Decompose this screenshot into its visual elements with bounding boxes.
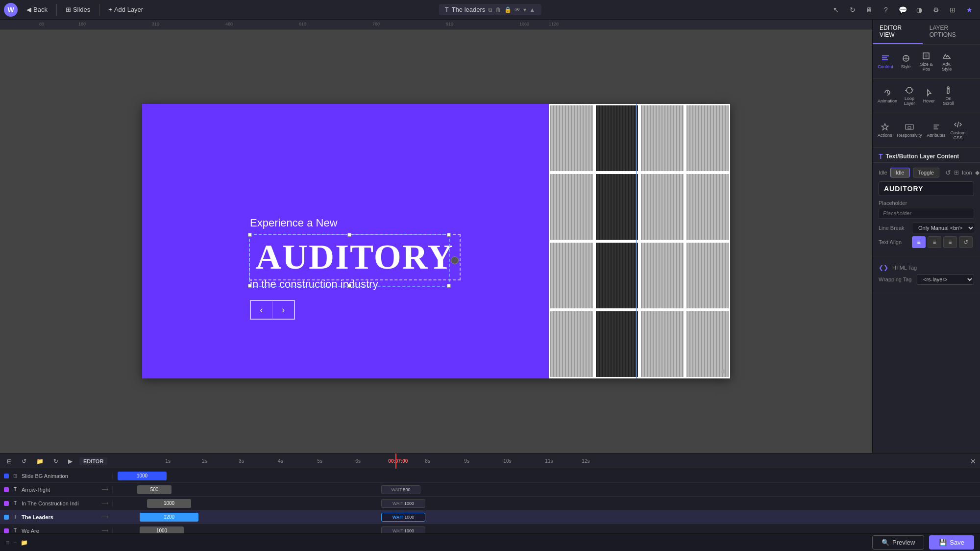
timeline-block[interactable]: 1200 bbox=[140, 513, 198, 522]
toggle-button[interactable]: Toggle bbox=[913, 168, 939, 177]
table-row: T Arrow-Right ⟶ 500 WAIT 500 bbox=[0, 483, 980, 497]
adv-style-icon-btn[interactable]: Adv. Style bbox=[937, 49, 956, 75]
layer-options-tab[interactable]: LAYER OPTIONS bbox=[923, 20, 980, 44]
align-right-button[interactable]: ≡ bbox=[943, 236, 957, 248]
content-area: 80 160 310 460 610 760 910 1060 1120 Exp… bbox=[0, 20, 980, 453]
timeline-wait-block[interactable]: WAIT 1000 bbox=[381, 499, 425, 508]
timeline-refresh[interactable]: ↻ bbox=[50, 457, 61, 466]
size-pos-icon-btn[interactable]: Size & Pos bbox=[917, 49, 936, 75]
align-center-button[interactable]: ≡ bbox=[928, 236, 941, 248]
layer-track[interactable]: 1200 WAIT 1000 bbox=[113, 510, 980, 524]
resize-handle-br[interactable] bbox=[447, 284, 451, 288]
canvas-area[interactable]: Experience a New AUDITORY in the constru… bbox=[0, 29, 872, 453]
hover-icon-btn[interactable]: Hover bbox=[920, 83, 938, 109]
timeline-wait-block[interactable]: WAIT 1000 bbox=[381, 513, 425, 522]
desktop-view[interactable]: 🖥 bbox=[862, 3, 876, 17]
timeline-close-button[interactable]: ✕ bbox=[970, 457, 976, 465]
line-break-select[interactable]: Only Manual <br/> Auto bbox=[912, 223, 975, 233]
placeholder-input[interactable] bbox=[879, 208, 974, 219]
palette-button[interactable]: ◑ bbox=[912, 3, 926, 17]
preview-button[interactable]: 🔍 Preview bbox=[872, 535, 924, 550]
star-button[interactable]: ★ bbox=[962, 3, 976, 17]
layer-track[interactable]: 1000 bbox=[113, 469, 980, 482]
timeline-layers-toggle[interactable]: ⊟ bbox=[4, 457, 15, 466]
upload-icon[interactable]: ▲ bbox=[529, 6, 535, 13]
lock-icon[interactable]: 🔒 bbox=[504, 6, 512, 13]
diamond-icon[interactable]: ◆ bbox=[975, 169, 980, 176]
time-5s: 5s bbox=[317, 458, 322, 464]
bottom-folder-icon[interactable]: 📁 bbox=[21, 539, 28, 546]
cursor-tool[interactable]: ↖ bbox=[829, 3, 843, 17]
timeline-reset[interactable]: ↺ bbox=[19, 457, 29, 466]
visibility-icon[interactable]: 👁 bbox=[514, 6, 520, 13]
style-svg-icon bbox=[902, 54, 910, 63]
slides-button[interactable]: ⊞ Slides bbox=[61, 4, 95, 15]
placeholder-label: Placeholder bbox=[879, 200, 974, 206]
svg-rect-1 bbox=[882, 57, 887, 58]
timeline-wait-block[interactable]: WAIT 500 bbox=[381, 485, 420, 494]
separator2 bbox=[99, 4, 99, 16]
editor-view-tab[interactable]: EDITOR VIEW bbox=[873, 20, 923, 44]
timeline-wait-block[interactable]: WAIT 1000 bbox=[381, 526, 425, 534]
time-6s: 6s bbox=[355, 458, 361, 464]
grid-view-icon[interactable]: ⊞ bbox=[954, 169, 959, 176]
time-7s: 00:07:00 bbox=[388, 458, 408, 464]
layer-track[interactable]: 500 WAIT 500 bbox=[113, 483, 980, 496]
building-cell bbox=[639, 173, 685, 241]
on-scroll-icon-btn[interactable]: On Scroll bbox=[939, 83, 958, 109]
save-icon: 💾 bbox=[939, 539, 947, 546]
align-left-button[interactable]: ≡ bbox=[912, 236, 926, 248]
grid-button[interactable]: ⊞ bbox=[946, 3, 959, 17]
timeline-folder[interactable]: 📁 bbox=[33, 457, 47, 466]
delete-icon[interactable]: 🗑 bbox=[495, 6, 501, 13]
copy-icon[interactable]: ⧉ bbox=[488, 6, 492, 13]
layer-label-the-leaders: T The Leaders ⟶ bbox=[0, 514, 113, 521]
svg-rect-5 bbox=[947, 87, 949, 94]
bottom-layers-icon[interactable]: ≡ bbox=[6, 539, 9, 546]
timeline-block[interactable]: 1000 bbox=[147, 499, 191, 508]
layer-track[interactable]: 1000 WAIT 1000 bbox=[113, 497, 980, 510]
layer-type-icon: T bbox=[12, 500, 19, 507]
slide-text-sub: in the construction industry bbox=[250, 278, 378, 291]
content-text-input[interactable] bbox=[879, 181, 974, 196]
layer-track[interactable]: 1000 WAIT 1000 bbox=[113, 524, 980, 533]
building-cell bbox=[639, 104, 685, 173]
slide-navigation: ‹ › bbox=[250, 300, 295, 320]
line-break-label: Line Break bbox=[879, 225, 908, 231]
table-row: T The Leaders ⟶ 1200 WAIT 1000 bbox=[0, 510, 980, 524]
bottom-minus-icon[interactable]: − bbox=[13, 539, 17, 546]
svg-rect-2 bbox=[882, 59, 888, 60]
layer-color-dot bbox=[4, 501, 9, 506]
animation-icon-btn[interactable]: Animation bbox=[876, 83, 899, 109]
style-icon-btn[interactable]: Style bbox=[896, 49, 916, 75]
save-button[interactable]: 💾 Save bbox=[929, 535, 974, 550]
building-cell bbox=[685, 310, 731, 378]
prev-arrow-button[interactable]: ‹ bbox=[250, 300, 272, 320]
idle-button[interactable]: Idle bbox=[890, 168, 910, 177]
chat-button[interactable]: 💬 bbox=[896, 3, 909, 17]
actions-icon-btn[interactable]: Actions bbox=[876, 117, 894, 143]
timeline-block[interactable]: 500 bbox=[137, 485, 172, 494]
custom-css-icon-btn[interactable]: Custom CSS bbox=[949, 117, 968, 143]
rotate-icon[interactable]: ↺ bbox=[945, 169, 951, 176]
timeline-editor-label: EDITOR bbox=[79, 457, 107, 465]
building-cell bbox=[685, 104, 731, 173]
align-justify-button[interactable]: ↺ bbox=[959, 236, 973, 248]
html-tag-section: ❮❯ HTML Tag Wrapping Tag <rs-layer> <div… bbox=[873, 256, 980, 293]
dropdown-icon[interactable]: ▾ bbox=[523, 6, 526, 13]
settings-button[interactable]: ⚙ bbox=[929, 3, 943, 17]
building-cell bbox=[549, 104, 594, 173]
loop-layer-icon-btn[interactable]: Loop Layer bbox=[900, 83, 919, 109]
help-button[interactable]: ? bbox=[879, 3, 893, 17]
timeline-block[interactable]: 1000 bbox=[118, 472, 167, 480]
wrapping-tag-select[interactable]: <rs-layer> <div> <span> bbox=[917, 274, 974, 285]
timeline-play[interactable]: ▶ bbox=[65, 457, 75, 466]
content-icon-btn[interactable]: Content bbox=[876, 49, 895, 75]
refresh-tool[interactable]: ↻ bbox=[846, 3, 859, 17]
attributes-icon-btn[interactable]: Attributes bbox=[925, 117, 948, 143]
responsivity-icon-btn[interactable]: Responsivity bbox=[895, 117, 924, 143]
add-layer-button[interactable]: + Add Layer bbox=[103, 4, 148, 15]
next-arrow-button[interactable]: › bbox=[272, 300, 295, 320]
timeline-block[interactable]: 1000 bbox=[140, 526, 184, 534]
back-button[interactable]: ◀ Back bbox=[22, 4, 52, 15]
